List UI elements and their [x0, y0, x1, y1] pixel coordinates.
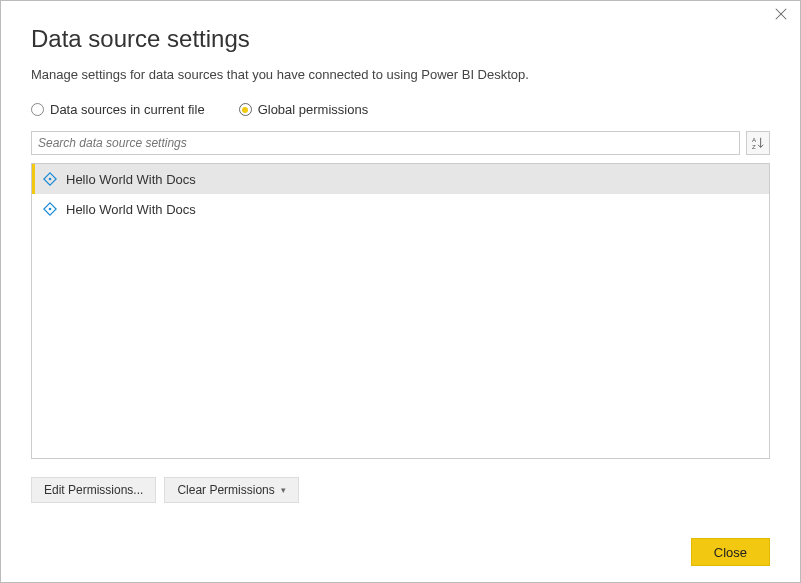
data-source-icon [42, 201, 58, 217]
radio-icon [31, 103, 44, 116]
edit-permissions-button[interactable]: Edit Permissions... [31, 477, 156, 503]
radio-global-permissions[interactable]: Global permissions [239, 102, 369, 117]
scope-radio-group: Data sources in current file Global perm… [31, 102, 770, 117]
svg-text:A: A [752, 136, 757, 143]
list-item-label: Hello World With Docs [66, 172, 196, 187]
search-input[interactable] [31, 131, 740, 155]
radio-icon [239, 103, 252, 116]
data-source-list[interactable]: Hello World With Docs Hello World With D… [31, 163, 770, 459]
radio-current-file[interactable]: Data sources in current file [31, 102, 205, 117]
sort-button[interactable]: A Z [746, 131, 770, 155]
chevron-down-icon: ▾ [281, 485, 286, 495]
list-item-label: Hello World With Docs [66, 202, 196, 217]
close-button[interactable]: Close [691, 538, 770, 566]
dialog-subtitle: Manage settings for data sources that yo… [31, 67, 770, 82]
svg-point-6 [49, 178, 52, 181]
radio-label: Data sources in current file [50, 102, 205, 117]
svg-text:Z: Z [752, 143, 756, 150]
list-item[interactable]: Hello World With Docs [32, 164, 769, 194]
dialog-title: Data source settings [31, 25, 770, 53]
list-item[interactable]: Hello World With Docs [32, 194, 769, 224]
close-icon[interactable] [774, 7, 790, 23]
sort-az-icon: A Z [751, 136, 765, 150]
data-source-icon [42, 171, 58, 187]
svg-point-8 [49, 208, 52, 211]
button-label: Edit Permissions... [44, 483, 143, 497]
button-label: Clear Permissions [177, 483, 274, 497]
radio-label: Global permissions [258, 102, 369, 117]
clear-permissions-button[interactable]: Clear Permissions ▾ [164, 477, 298, 503]
